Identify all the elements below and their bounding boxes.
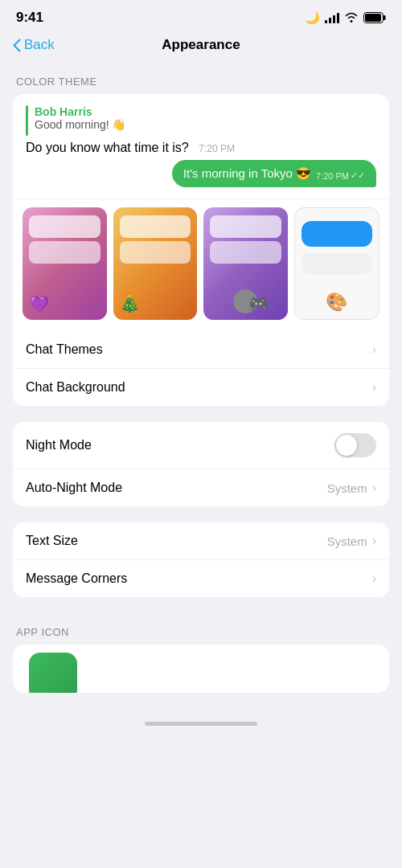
message-corners-label: Message Corners bbox=[26, 571, 127, 586]
toggle-thumb bbox=[336, 435, 357, 456]
home-indicator-bar bbox=[145, 722, 257, 726]
battery-icon bbox=[363, 12, 386, 23]
chat-themes-item[interactable]: Chat Themes › bbox=[13, 331, 389, 368]
chat-question-time: 7:20 PM bbox=[199, 143, 235, 154]
text-size-chevron: › bbox=[372, 534, 376, 548]
swatch-blue-bubble bbox=[302, 221, 373, 247]
night-mode-item[interactable]: Night Mode bbox=[13, 422, 389, 469]
sent-bubble: It's morning in Tokyo 😎 7:20 PM ✓✓ bbox=[172, 160, 376, 187]
double-check-icon: ✓✓ bbox=[351, 170, 365, 181]
chat-sender-row: Bob Harris Good morning! 👋 bbox=[26, 105, 376, 136]
sender-line bbox=[26, 105, 28, 136]
auto-night-mode-label: Auto-Night Mode bbox=[26, 481, 122, 495]
nav-bar: Back Appearance bbox=[0, 31, 402, 63]
chat-themes-chevron: › bbox=[372, 342, 376, 357]
chat-background-right: › bbox=[372, 380, 376, 395]
sender-message: Good morning! 👋 bbox=[35, 118, 126, 131]
status-bar: 9:41 🌙 bbox=[0, 0, 402, 31]
sent-bubble-wrap: It's morning in Tokyo 😎 7:20 PM ✓✓ bbox=[26, 160, 376, 187]
chat-question-row: Do you know what time it is? 7:20 PM bbox=[26, 141, 376, 155]
chat-question-text: Do you know what time it is? bbox=[26, 139, 189, 156]
sent-time: 7:20 PM ✓✓ bbox=[316, 170, 365, 181]
home-indicator bbox=[0, 709, 402, 732]
text-size-value: System bbox=[327, 534, 367, 548]
status-icons: 🌙 bbox=[305, 10, 386, 25]
message-corners-right: › bbox=[372, 571, 376, 586]
text-section-card: Text Size System › Message Corners › bbox=[13, 522, 389, 597]
swatch-emoji-4: 🎨 bbox=[326, 292, 347, 313]
wifi-icon bbox=[344, 11, 359, 25]
chat-background-label: Chat Background bbox=[26, 380, 125, 395]
sent-message: It's morning in Tokyo 😎 bbox=[183, 166, 311, 181]
sender-name: Bob Harris bbox=[35, 105, 126, 118]
signal-icon bbox=[325, 12, 339, 23]
swatch-emoji-1: 💜 bbox=[29, 294, 49, 313]
moon-icon: 🌙 bbox=[305, 10, 320, 25]
chat-preview: Bob Harris Good morning! 👋 Do you know w… bbox=[13, 94, 389, 199]
app-icon-preview bbox=[29, 653, 77, 693]
message-corners-item[interactable]: Message Corners › bbox=[13, 559, 389, 597]
app-icon-section-label: APP ICON bbox=[0, 613, 402, 645]
text-size-item[interactable]: Text Size System › bbox=[13, 522, 389, 559]
back-label: Back bbox=[24, 37, 55, 53]
page-title: Appearance bbox=[162, 37, 240, 53]
svg-rect-2 bbox=[384, 15, 386, 20]
chat-background-chevron: › bbox=[372, 380, 376, 395]
chat-background-item[interactable]: Chat Background › bbox=[13, 368, 389, 406]
auto-night-mode-chevron: › bbox=[372, 481, 376, 495]
night-mode-toggle[interactable] bbox=[334, 433, 376, 457]
theme-swatches: 💜 🎄 🎮 🎨 bbox=[13, 199, 389, 331]
night-mode-card: Night Mode Auto-Night Mode System › bbox=[13, 422, 389, 506]
back-chevron-icon bbox=[13, 39, 21, 52]
text-size-label: Text Size bbox=[26, 534, 78, 548]
text-size-right: System › bbox=[327, 534, 376, 548]
color-theme-section-label: COLOR THEME bbox=[0, 63, 402, 94]
auto-night-mode-value: System bbox=[327, 481, 367, 495]
theme-swatch-violet[interactable]: 🎮 bbox=[203, 207, 288, 320]
swatch-emoji-3: 🎮 bbox=[248, 294, 269, 313]
chat-themes-label: Chat Themes bbox=[26, 342, 103, 357]
auto-night-mode-right: System › bbox=[327, 481, 376, 495]
back-button[interactable]: Back bbox=[13, 37, 55, 53]
auto-night-mode-item[interactable]: Auto-Night Mode System › bbox=[13, 469, 389, 506]
message-corners-chevron: › bbox=[372, 571, 376, 586]
color-theme-card: Bob Harris Good morning! 👋 Do you know w… bbox=[13, 94, 389, 406]
theme-swatch-purple[interactable]: 💜 bbox=[23, 207, 107, 320]
swatch-emoji-2: 🎄 bbox=[120, 294, 140, 313]
theme-swatch-orange[interactable]: 🎄 bbox=[113, 207, 198, 320]
status-time: 9:41 bbox=[16, 10, 43, 26]
app-icon-card bbox=[13, 645, 389, 693]
svg-rect-1 bbox=[365, 14, 381, 22]
chat-themes-right: › bbox=[372, 342, 376, 357]
theme-swatch-plain[interactable]: 🎨 bbox=[294, 207, 380, 320]
night-mode-label: Night Mode bbox=[26, 438, 92, 452]
